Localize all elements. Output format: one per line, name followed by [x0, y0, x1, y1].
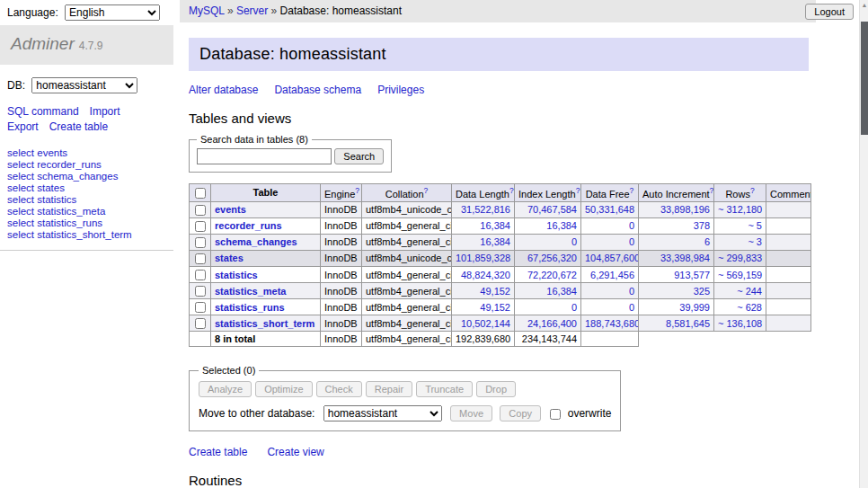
data-length-cell-link[interactable]: 49,152 — [480, 302, 510, 313]
rows-cell-link[interactable]: ~ 569,159 — [718, 270, 762, 280]
sidebar-item-select-statistics-meta[interactable]: select statistics_meta — [7, 206, 166, 217]
table-link-statistics-meta[interactable]: statistics_meta — [215, 286, 287, 297]
data-free-cell-link[interactable]: 104,857,600 — [585, 253, 639, 263]
sidebar-link-export[interactable]: Export — [7, 120, 39, 133]
table-link-events[interactable]: events — [215, 204, 246, 215]
index-length-cell-link[interactable]: 0 — [571, 236, 577, 247]
row-checkbox[interactable] — [195, 253, 206, 264]
language-select[interactable]: English — [65, 4, 160, 21]
truncate-button[interactable]: Truncate — [416, 381, 473, 397]
scrollbar[interactable]: ▲ — [859, 0, 868, 488]
auto-increment-cell-link[interactable]: 6 — [704, 236, 710, 247]
auto-increment-cell-link[interactable]: 378 — [694, 220, 710, 231]
action-database-schema[interactable]: Database schema — [274, 84, 361, 96]
rows-cell-link[interactable]: ~ 299,833 — [718, 253, 762, 263]
auto-increment-cell-link[interactable]: 325 — [694, 286, 710, 297]
repair-button[interactable]: Repair — [366, 381, 412, 397]
auto-increment-cell-link[interactable]: 913,577 — [674, 270, 710, 280]
data-length-cell-link[interactable]: 16,384 — [480, 220, 510, 231]
check-button[interactable]: Check — [316, 381, 362, 397]
copy-button[interactable]: Copy — [500, 405, 541, 421]
action-alter-database[interactable]: Alter database — [189, 84, 258, 96]
help-link[interactable]: ? — [710, 186, 714, 195]
data-free-cell-link[interactable]: 188,743,680 — [585, 318, 639, 329]
data-length-cell-link[interactable]: 10,502,144 — [461, 318, 510, 329]
overwrite-checkbox[interactable] — [550, 409, 561, 420]
sidebar-link-sql-command[interactable]: SQL command — [7, 105, 79, 118]
auto-increment-cell-link[interactable]: 39,999 — [679, 302, 710, 313]
help-link[interactable]: ? — [424, 186, 429, 195]
rows-cell-link[interactable]: ~ 3 — [748, 236, 762, 247]
auto-increment-cell-link[interactable]: 33,398,984 — [660, 253, 710, 263]
rows-cell-link[interactable]: ~ 5 — [748, 220, 762, 231]
table-link-recorder-runs[interactable]: recorder_runs — [215, 220, 282, 231]
sidebar-item-select-statistics-short-term[interactable]: select statistics_short_term — [7, 229, 166, 241]
db-select[interactable]: homeassistant — [31, 77, 137, 93]
data-length-cell-link[interactable]: 48,824,320 — [461, 270, 510, 280]
data-length-cell-link[interactable]: 16,384 — [480, 236, 510, 247]
row-checkbox[interactable] — [195, 286, 206, 297]
index-length-cell-link[interactable]: 70,467,584 — [527, 204, 577, 215]
index-length-cell-link[interactable]: 72,220,672 — [527, 270, 577, 280]
row-checkbox[interactable] — [195, 270, 206, 280]
drop-button[interactable]: Drop — [476, 381, 516, 397]
sidebar-item-select-statistics-runs[interactable]: select statistics_runs — [7, 217, 166, 229]
data-free-cell-link[interactable]: 0 — [629, 302, 634, 313]
rows-cell-link[interactable]: ~ 312,180 — [718, 204, 762, 215]
rows-cell-link[interactable]: ~ 628 — [737, 302, 762, 313]
analyze-button[interactable]: Analyze — [199, 381, 252, 397]
data-free-cell-link[interactable]: 0 — [629, 236, 634, 247]
help-link[interactable]: ? — [750, 186, 755, 195]
index-length-cell-link[interactable]: 16,384 — [546, 220, 577, 231]
search-button[interactable]: Search — [334, 148, 384, 164]
sidebar-item-select-recorder-runs[interactable]: select recorder_runs — [7, 159, 166, 171]
table-link-statistics[interactable]: statistics — [215, 270, 258, 280]
data-free-cell-link[interactable]: 6,291,456 — [590, 270, 634, 280]
search-input[interactable] — [197, 148, 332, 164]
select-all-checkbox[interactable] — [195, 188, 206, 199]
action-privileges[interactable]: Privileges — [377, 84, 424, 96]
sidebar-item-select-events[interactable]: select events — [7, 147, 166, 159]
breadcrumb-item-mysql[interactable]: MySQL — [189, 4, 225, 17]
row-checkbox[interactable] — [195, 221, 206, 232]
row-checkbox[interactable] — [195, 318, 206, 329]
help-link[interactable]: ? — [576, 186, 580, 195]
move-button[interactable]: Move — [450, 405, 492, 421]
sidebar-link-import[interactable]: Import — [90, 105, 120, 118]
adminer-title-link[interactable]: Adminer — [11, 34, 75, 53]
data-free-cell-link[interactable]: 0 — [629, 286, 634, 297]
index-length-cell-link[interactable]: 0 — [571, 302, 577, 313]
sidebar-item-select-statistics[interactable]: select statistics — [7, 194, 166, 206]
data-free-cell-link[interactable]: 50,331,648 — [585, 204, 634, 215]
optimize-button[interactable]: Optimize — [255, 381, 312, 397]
table-link-statistics-runs[interactable]: statistics_runs — [215, 302, 285, 313]
auto-increment-cell-link[interactable]: 33,898,196 — [660, 204, 710, 215]
create-table-link[interactable]: Create table — [189, 446, 247, 458]
breadcrumb-item-server[interactable]: Server — [236, 4, 268, 17]
data-length-cell-link[interactable]: 49,152 — [480, 286, 510, 297]
table-link-schema-changes[interactable]: schema_changes — [215, 236, 297, 247]
index-length-cell-link[interactable]: 24,166,400 — [527, 318, 577, 329]
row-checkbox[interactable] — [195, 302, 206, 313]
sidebar-link-create-table[interactable]: Create table — [49, 120, 108, 133]
sidebar-item-select-schema-changes[interactable]: select schema_changes — [7, 171, 166, 182]
scrollbar-thumb[interactable] — [861, 22, 868, 135]
data-free-cell-link[interactable]: 0 — [629, 220, 634, 231]
help-link[interactable]: ? — [509, 186, 514, 195]
index-length-cell-link[interactable]: 16,384 — [546, 286, 577, 297]
row-checkbox[interactable] — [195, 237, 206, 248]
data-length-cell-link[interactable]: 101,859,328 — [456, 253, 510, 263]
table-link-states[interactable]: states — [215, 253, 244, 263]
rows-cell-link[interactable]: ~ 244 — [737, 286, 762, 297]
sidebar-item-select-states[interactable]: select states — [7, 182, 166, 194]
logout-button[interactable]: Logout — [805, 4, 854, 20]
move-database-select[interactable]: homeassistant — [323, 405, 442, 421]
data-length-cell-link[interactable]: 31,522,816 — [461, 204, 510, 215]
index-length-cell-link[interactable]: 67,256,320 — [527, 253, 577, 263]
table-link-statistics-short-term[interactable]: statistics_short_term — [215, 318, 314, 329]
create-view-link[interactable]: Create view — [267, 446, 323, 458]
scrollbar-up-icon[interactable]: ▲ — [860, 2, 868, 8]
rows-cell-link[interactable]: ~ 136,108 — [718, 318, 762, 329]
help-link[interactable]: ? — [355, 186, 359, 195]
auto-increment-cell-link[interactable]: 8,581,645 — [666, 318, 710, 329]
